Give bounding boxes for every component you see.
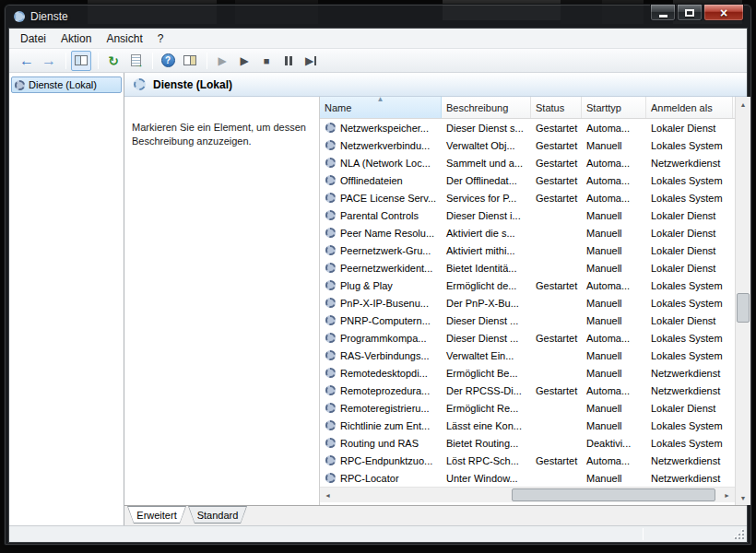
service-starttype: Automa... xyxy=(582,385,646,396)
service-gear-icon xyxy=(325,263,336,273)
resize-grip[interactable] xyxy=(735,530,744,539)
service-gear-icon xyxy=(325,350,336,360)
service-row[interactable]: Offlinedateien Der Offlinedat... Gestart… xyxy=(320,171,735,189)
column-header-anmelden-als[interactable]: Anmelden als xyxy=(646,97,733,118)
service-row[interactable]: RPC-Locator Unter Window... Manuell Netz… xyxy=(320,469,735,487)
vertical-scrollbar-thumb[interactable] xyxy=(737,293,750,323)
service-row[interactable]: Peernetzwerk-Gru... Aktiviert mithi... M… xyxy=(320,241,735,259)
service-row[interactable]: PnP-X-IP-Busenu... Der PnP-X-Bu... Manue… xyxy=(320,294,735,312)
service-description: Lässt eine Kon... xyxy=(442,420,531,431)
service-logon-as: Netzwerkdienst xyxy=(646,368,733,379)
service-row[interactable]: Parental Controls Dieser Dienst i... Man… xyxy=(320,206,735,224)
service-row[interactable]: RAS-Verbindungs... Verwaltet Ein... Manu… xyxy=(320,347,735,364)
scroll-up-button[interactable]: ▲ xyxy=(736,97,750,112)
menu-datei[interactable]: Datei xyxy=(13,30,53,47)
action-pane-icon xyxy=(183,55,196,65)
forward-button[interactable]: → xyxy=(39,51,59,71)
service-row[interactable]: Peer Name Resolu... Aktiviert die s... M… xyxy=(320,224,735,241)
scroll-left-button[interactable]: ◄ xyxy=(320,488,336,502)
service-logon-as: Netzwerkdienst xyxy=(646,455,733,466)
stop-service-button[interactable]: ■ xyxy=(256,51,277,71)
panel-header: Dienste (Lokal) xyxy=(124,73,747,97)
service-starttype: Manuell xyxy=(582,245,646,256)
pause-service-button[interactable] xyxy=(278,51,299,71)
column-header-beschreibung[interactable]: Beschreibung xyxy=(442,97,531,118)
service-starttype: Automa... xyxy=(582,175,646,186)
tab-standard[interactable]: Standard xyxy=(188,506,247,524)
resume-service-button[interactable]: ▶ xyxy=(234,51,254,71)
tab-erweitert[interactable]: Erweitert xyxy=(127,506,186,524)
service-logon-as: Lokaler Dienst xyxy=(646,403,733,414)
service-starttype: Manuell xyxy=(582,140,646,151)
scroll-right-button[interactable]: ► xyxy=(719,488,735,502)
service-row[interactable]: PNRP-Computern... Dieser Dienst ... Manu… xyxy=(320,312,735,329)
tree-item-dienste-lokal[interactable]: Dienste (Lokal) xyxy=(11,76,122,93)
restart-service-icon: ▶ xyxy=(305,54,316,67)
service-row[interactable]: Remoteprozedura... Der RPCSS-Di... Gesta… xyxy=(320,382,735,399)
service-gear-icon xyxy=(325,280,336,290)
service-logon-as: Lokales System xyxy=(646,140,733,151)
service-row[interactable]: Remotedesktopdi... Ermöglicht Be... Manu… xyxy=(320,364,735,382)
show-console-tree-button[interactable] xyxy=(71,51,91,71)
service-row[interactable]: Netzwerkspeicher... Dieser Dienst s... G… xyxy=(320,119,735,136)
service-description: Bietet Routing... xyxy=(442,438,531,449)
column-header-starttyp[interactable]: Starttyp xyxy=(582,97,646,118)
service-gear-icon xyxy=(325,385,336,395)
refresh-button[interactable]: ↻ xyxy=(103,51,124,71)
help-button[interactable]: ? xyxy=(158,51,178,71)
maximize-button[interactable] xyxy=(677,5,703,21)
column-header-name[interactable]: ▲ Name xyxy=(320,97,442,118)
service-description: Unter Window... xyxy=(442,473,531,484)
service-row[interactable]: Peernetzwerkident... Bietet Identitä... … xyxy=(320,259,735,276)
service-row[interactable]: Routing und RAS Bietet Routing... Deakti… xyxy=(320,434,735,452)
service-row[interactable]: Richtlinie zum Ent... Lässt eine Kon... … xyxy=(320,417,735,434)
service-description: Verwaltet Obj... xyxy=(442,140,531,151)
view-tabs: Erweitert Standard xyxy=(124,505,747,526)
service-status: Gestartet xyxy=(531,140,582,151)
status-bar-separator xyxy=(643,528,644,540)
service-row[interactable]: Remoteregistrieru... Ermöglicht Re... Ma… xyxy=(320,399,735,417)
service-row[interactable]: Plug & Play Ermöglicht de... Gestartet A… xyxy=(320,276,735,294)
service-description: Ermöglicht Re... xyxy=(442,403,531,414)
description-pane: Markieren Sie ein Element, um dessen Bes… xyxy=(124,97,320,505)
export-list-button[interactable] xyxy=(125,51,146,71)
service-gear-icon xyxy=(325,245,336,255)
back-button[interactable]: ← xyxy=(17,51,37,71)
list-header: ▲ Name Beschreibung Status Starttyp Anme… xyxy=(320,97,735,119)
service-row[interactable]: Programmkompa... Dieser Dienst ... Gesta… xyxy=(320,329,735,347)
horizontal-scrollbar-thumb[interactable] xyxy=(512,488,715,501)
service-row[interactable]: Netzwerkverbindu... Verwaltet Obj... Ges… xyxy=(320,136,735,154)
service-name: NLA (Network Loc... xyxy=(340,158,431,169)
menu-aktion[interactable]: Aktion xyxy=(53,30,99,47)
service-row[interactable]: PACE License Serv... Services for P... G… xyxy=(320,189,735,206)
start-service-button[interactable]: ▶ xyxy=(212,51,232,71)
service-gear-icon xyxy=(325,420,336,430)
service-gear-icon xyxy=(325,455,336,465)
vertical-scrollbar[interactable]: ▲ ▼ xyxy=(735,97,750,505)
panel-gear-icon xyxy=(134,78,146,90)
restart-service-button[interactable]: ▶ xyxy=(301,51,321,71)
minimize-button[interactable] xyxy=(650,5,676,21)
horizontal-scroll-track[interactable] xyxy=(336,488,719,502)
titlebar[interactable]: Dienste × xyxy=(8,5,748,28)
start-service-icon: ▶ xyxy=(218,54,226,67)
service-starttype: Automa... xyxy=(582,280,646,291)
panel-header-title: Dienste (Lokal) xyxy=(153,78,232,91)
menu-hilfe[interactable]: ? xyxy=(150,30,171,47)
service-starttype: Manuell xyxy=(582,420,646,431)
menu-ansicht[interactable]: Ansicht xyxy=(99,30,149,47)
service-row[interactable]: NLA (Network Loc... Sammelt und a... Ges… xyxy=(320,154,735,171)
service-starttype: Manuell xyxy=(582,315,646,326)
column-header-status[interactable]: Status xyxy=(531,97,582,118)
service-name: PACE License Serv... xyxy=(340,193,436,204)
horizontal-scrollbar[interactable]: ◄ ► xyxy=(320,487,735,502)
service-row[interactable]: RPC-Endpunktzuo... Löst RPC-Sch... Gesta… xyxy=(320,452,735,469)
service-description: Dieser Dienst ... xyxy=(442,333,531,344)
service-logon-as: Lokaler Dienst xyxy=(646,315,733,326)
service-starttype: Manuell xyxy=(582,473,646,484)
show-action-pane-button[interactable] xyxy=(180,51,200,71)
service-logon-as: Lokaler Dienst xyxy=(646,263,733,274)
close-button[interactable]: × xyxy=(703,5,744,21)
service-status: Gestartet xyxy=(531,175,582,186)
scroll-down-button[interactable]: ▼ xyxy=(736,490,750,505)
